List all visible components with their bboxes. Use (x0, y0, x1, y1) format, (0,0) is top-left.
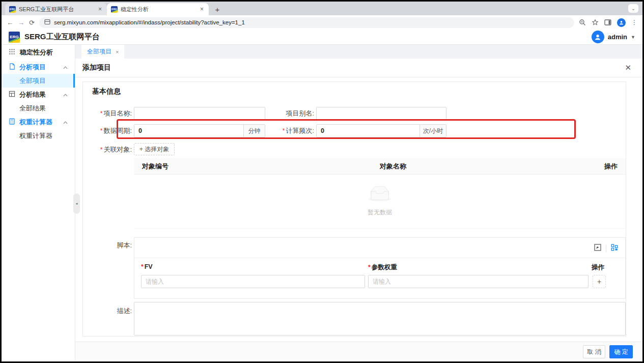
sidebar-group-label: 分析项目 (19, 63, 46, 72)
url-text: serg.mixyun.com/mixapplication/#/indass/… (54, 19, 245, 25)
script-panel: *FV *参数权重 操作 + (134, 237, 626, 299)
new-tab-button[interactable]: + (212, 4, 223, 15)
browser-menu-icon[interactable]: ⋮ (631, 19, 637, 26)
sidebar-group-analysis-projects[interactable]: 分析项目 (2, 60, 75, 74)
data-period-group: 分钟 (134, 124, 265, 137)
username-label: admin (608, 33, 627, 41)
project-alias-label: 项目别名: (262, 107, 314, 120)
reload-icon[interactable]: ⟳ (29, 19, 35, 26)
sidebar-item-all-results[interactable]: 全部结果 (2, 101, 75, 115)
table-icon (9, 91, 15, 99)
operation-column-label: 操作 (592, 263, 604, 272)
required-mark: * (368, 264, 371, 271)
sidebar-group-analysis-results[interactable]: 分析结果 (2, 88, 75, 101)
param-weight-input[interactable] (368, 275, 589, 288)
forward-icon[interactable]: → (18, 19, 24, 26)
sidebar-item-label: 权重计算器 (19, 131, 52, 141)
sidebar-group-weight-calculator[interactable]: 权重计算器 (2, 115, 75, 129)
calc-freq-input[interactable] (317, 125, 419, 137)
app-logo: ERG (9, 32, 20, 43)
chevron-down-icon: ▼ (631, 35, 635, 40)
column-header-object-name: 对象名称 (380, 162, 595, 171)
sidebar-item-weight-calculator[interactable]: 权重计算器 (2, 129, 75, 143)
drawer-footer: 取 消 确 定 (75, 342, 642, 361)
required-mark: * (100, 146, 103, 153)
section-title: 基本信息 (92, 87, 121, 96)
tab-search-button[interactable]: ⌄ (628, 4, 638, 13)
browser-tab-stability[interactable]: ERG 稳定性分析 × (107, 3, 209, 15)
object-table-header: 对象编号 对象名称 操作 (134, 158, 626, 175)
sidebar-collapse-handle[interactable]: ◂ (73, 193, 80, 214)
fv-input[interactable] (141, 275, 365, 288)
browser-window: ERG SERG工业互联网平台 × ERG 稳定性分析 × + ⌄ ← → ⟳ … (2, 2, 642, 361)
page-tab-close-icon[interactable]: × (116, 49, 119, 55)
tab-title: 稳定性分析 (121, 6, 196, 13)
app-header: ERG SERG工业互联网平台 admin ▼ (2, 30, 642, 45)
divider (606, 245, 606, 252)
script-editor-icon[interactable] (594, 244, 601, 253)
data-period-unit: 分钟 (243, 125, 265, 137)
add-row-button[interactable]: + (593, 275, 606, 288)
content-area: ◂ 全部项目 × 添加项目 ✕ 基本信息 *项目名称: (75, 45, 642, 361)
column-header-object-id: 对象编号 (134, 162, 380, 171)
data-period-input[interactable] (134, 125, 243, 137)
cancel-button[interactable]: 取 消 (583, 345, 605, 358)
favicon: ERG (111, 6, 118, 13)
browser-tab-serg[interactable]: ERG SERG工业互联网平台 × (5, 3, 107, 15)
param-weight-column-label: *参数权重 (368, 263, 397, 272)
page-tab-bar: 全部项目 × (75, 45, 642, 59)
sidebar-group-label: 权重计算器 (19, 118, 52, 127)
empty-text: 暂无数据 (368, 208, 392, 217)
calculator-icon (9, 118, 15, 126)
fv-column-label: *FV (141, 263, 153, 270)
sidebar-item-label: 全部项目 (19, 76, 46, 86)
user-avatar[interactable] (592, 31, 604, 43)
required-mark: * (141, 263, 144, 270)
sidebar-item-label: 全部结果 (19, 104, 46, 113)
close-icon[interactable]: ✕ (625, 63, 631, 72)
sidebar-group-label: 分析结果 (19, 90, 46, 99)
chevron-up-icon (63, 91, 68, 98)
drawer-title: 添加项目 (82, 63, 111, 72)
project-name-label: *项目名称: (83, 107, 132, 120)
description-textarea[interactable] (134, 302, 626, 336)
confirm-button[interactable]: 确 定 (609, 345, 633, 358)
select-object-button[interactable]: + 选择对象 (134, 143, 175, 155)
tab-close-icon[interactable]: × (199, 6, 205, 13)
url-input[interactable]: serg.mixyun.com/mixapplication/#/indass/… (39, 17, 574, 28)
document-icon (9, 63, 15, 71)
side-panel-icon[interactable] (604, 19, 611, 26)
required-mark: * (100, 127, 103, 134)
description-label: 描述: (83, 304, 132, 318)
back-icon[interactable]: ← (7, 19, 13, 26)
zoom-icon[interactable] (579, 19, 586, 26)
tab-close-icon[interactable]: × (97, 6, 103, 13)
sidebar-item-all-projects[interactable]: 全部项目 (2, 74, 75, 88)
sidebar: 稳定性分析 分析项目 全部项目 分析结果 (2, 45, 75, 361)
component-blocks-icon[interactable] (611, 244, 618, 253)
favicon: ERG (9, 6, 16, 13)
page-tab-all-projects[interactable]: 全部项目 × (81, 45, 124, 59)
drawer-body: 基本信息 *项目名称: 项目别名: (75, 77, 642, 342)
bookmark-star-icon[interactable] (592, 19, 599, 26)
page-tab-label: 全部项目 (87, 47, 111, 56)
project-alias-input[interactable] (316, 107, 446, 120)
calc-freq-group: 次/小时 (316, 124, 446, 137)
script-editor-area[interactable] (134, 238, 625, 258)
calc-freq-unit: 次/小时 (419, 125, 446, 137)
browser-toolbar: ← → ⟳ serg.mixyun.com/mixapplication/#/i… (2, 15, 642, 30)
data-period-label: *数据周期: (83, 124, 132, 137)
related-object-label: *关联对象: (83, 143, 132, 156)
sidebar-app-switcher[interactable]: 稳定性分析 (2, 45, 75, 60)
empty-box-icon (368, 186, 392, 204)
sidebar-app-title: 稳定性分析 (20, 48, 53, 57)
tab-title: SERG工业互联网平台 (19, 6, 94, 13)
required-mark: * (283, 127, 285, 134)
site-info-icon[interactable] (44, 18, 50, 27)
project-name-input[interactable] (134, 107, 265, 120)
user-menu[interactable]: admin ▼ (592, 31, 635, 43)
object-table: 对象编号 对象名称 操作 暂无数据 (134, 158, 626, 229)
calc-freq-label: *计算频次: (262, 124, 314, 137)
browser-profile-avatar[interactable] (617, 18, 626, 27)
app-title: SERG工业互联网平台 (24, 32, 100, 42)
